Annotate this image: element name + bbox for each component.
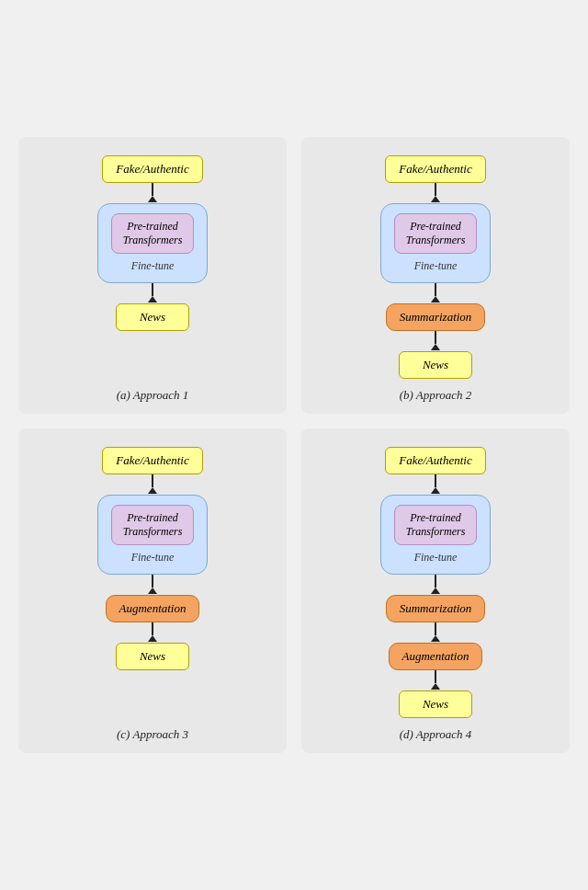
blue-block-1: Pre-trainedTransformers Fine-tune [97,203,208,283]
diagram-approach2: Fake/Authentic Pre-trainedTransformers F… [380,155,491,379]
pretrained-box-2: Pre-trainedTransformers [394,213,477,254]
fine-tune-label-2: Fine-tune [414,259,458,273]
caption-approach1: (a) Approach 1 [117,388,189,403]
arrow-4a [431,474,440,495]
fine-tune-label-3: Fine-tune [131,551,175,565]
arrow-2a [431,183,440,203]
diagram-approach1: Fake/Authentic Pre-trainedTransformers F… [97,155,208,379]
pretrained-box-3: Pre-trainedTransformers [111,505,194,545]
fake-authentic-box-2: Fake/Authentic [385,155,485,183]
arrow-3c [148,622,157,643]
panel-approach1: Fake/Authentic Pre-trainedTransformers F… [18,137,287,414]
arrow-1b [148,283,157,303]
caption-approach3: (c) Approach 3 [117,727,188,742]
news-box-4: News [399,690,472,718]
fine-tune-label-4: Fine-tune [414,551,458,565]
arrow-1a [148,183,157,203]
summarization-box-2: Summarization [386,303,486,331]
blue-block-3: Pre-trainedTransformers Fine-tune [97,495,208,575]
arrow-2c [431,331,440,351]
fake-authentic-box-1: Fake/Authentic [102,155,202,183]
news-box-3: News [116,643,189,670]
arrow-4b [431,575,440,595]
blue-block-2: Pre-trainedTransformers Fine-tune [380,203,491,283]
arrow-4c [431,622,440,643]
summarization-box-4: Summarization [386,595,486,622]
fine-tune-label-1: Fine-tune [131,259,175,273]
arrow-3b [148,575,157,595]
blue-block-4: Pre-trainedTransformers Fine-tune [380,495,491,575]
fake-authentic-box-4: Fake/Authentic [385,447,485,474]
caption-approach2: (b) Approach 2 [400,388,472,403]
panel-approach2: Fake/Authentic Pre-trainedTransformers F… [301,137,570,414]
arrow-2b [431,283,440,303]
augmentation-box-4: Augmentation [389,643,483,670]
diagram-grid: Fake/Authentic Pre-trainedTransformers F… [18,137,570,753]
news-box-2: News [399,351,472,379]
panel-approach4: Fake/Authentic Pre-trainedTransformers F… [301,428,570,753]
caption-approach4: (d) Approach 4 [400,727,472,742]
fake-authentic-box-3: Fake/Authentic [102,447,202,474]
pretrained-box-1: Pre-trainedTransformers [111,213,194,254]
arrow-3a [148,474,157,495]
augmentation-box-3: Augmentation [106,595,200,622]
arrow-4d [431,670,440,690]
diagram-approach3: Fake/Authentic Pre-trainedTransformers F… [97,447,208,718]
diagram-approach4: Fake/Authentic Pre-trainedTransformers F… [380,447,491,718]
pretrained-box-4: Pre-trainedTransformers [394,505,477,545]
panel-approach3: Fake/Authentic Pre-trainedTransformers F… [18,428,287,753]
news-box-1: News [116,303,189,331]
